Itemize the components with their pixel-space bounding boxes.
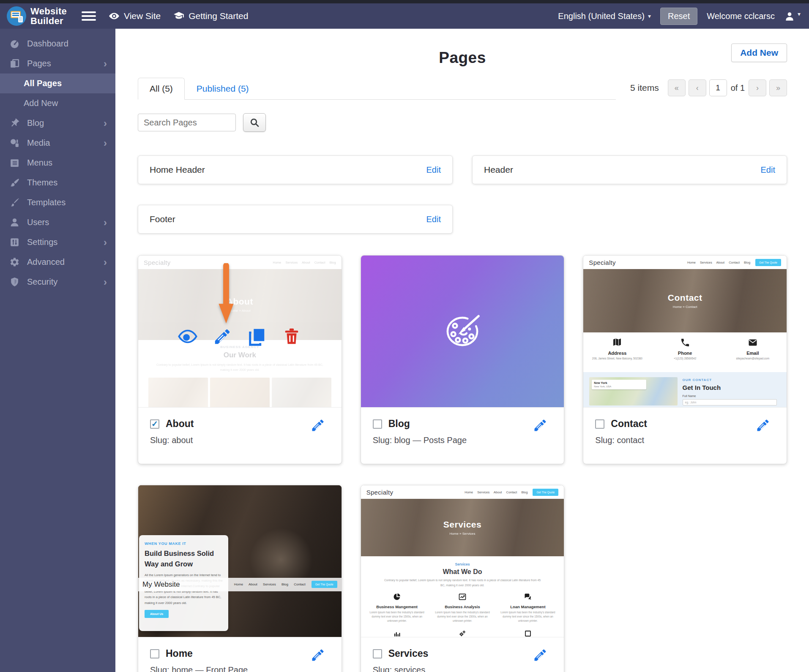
page-card-blog: Blog Slug: blog — Posts Page: [361, 255, 565, 464]
edit-page-button[interactable]: [310, 418, 325, 433]
user-avatar-icon: [784, 11, 795, 22]
user-menu[interactable]: ▾: [784, 11, 801, 22]
app-window: WebsiteBuilder View Site Getting Started…: [0, 0, 809, 672]
welcome-user-label: Welcome cclcarsc: [707, 11, 775, 21]
sidebar-item-blog[interactable]: Blog ›: [0, 113, 115, 133]
preview-col-title: Business Mangement: [366, 604, 427, 609]
pages-grid: Specialty Home Services About Contact Bl…: [138, 255, 787, 672]
line-chart-icon: [458, 593, 467, 601]
preview-col-text: Lorem Ipsum has been the industry's stan…: [366, 610, 427, 623]
edit-link[interactable]: Edit: [761, 165, 775, 175]
sidebar-item-templates[interactable]: Templates: [0, 193, 115, 212]
first-page-button[interactable]: «: [668, 79, 686, 96]
user-icon: [9, 217, 20, 228]
delete-page-button[interactable]: [282, 327, 301, 346]
sidebar-item-all-pages[interactable]: All Pages: [0, 73, 115, 93]
edit-link[interactable]: Edit: [426, 215, 441, 224]
sidebar-item-users[interactable]: Users ›: [0, 212, 115, 232]
sidebar-item-security[interactable]: Security ›: [0, 272, 115, 292]
edit-page-button[interactable]: [213, 327, 232, 346]
media-icon: [9, 138, 20, 148]
footer-bar: Footer Edit: [138, 205, 453, 234]
card-footer: Services Slug: services: [361, 637, 564, 672]
page-number-input[interactable]: [709, 79, 727, 96]
page-checkbox[interactable]: [150, 649, 159, 658]
card-footer: ✓ About Slug: about: [138, 408, 342, 464]
preview-heading: What We Do: [361, 568, 564, 576]
language-selector[interactable]: English (United States) ▾: [558, 11, 651, 21]
sidebar-item-add-new[interactable]: Add New: [0, 93, 115, 113]
preview-photos: [148, 378, 331, 408]
preview-page-button[interactable]: [178, 327, 197, 346]
sidebar-item-pages[interactable]: Pages ›: [0, 54, 115, 73]
reset-button[interactable]: Reset: [660, 8, 697, 25]
main-content: Pages Add New All (5) Published (5) 5 it…: [115, 29, 809, 672]
hamburger-menu-icon[interactable]: [82, 9, 96, 23]
site-preview: Specialty Home Services About Contact Bl…: [583, 256, 787, 407]
language-label: English (United States): [558, 11, 645, 21]
copy-icon: [247, 327, 267, 346]
sidebar-item-dashboard[interactable]: Dashboard: [0, 34, 115, 54]
preview-col-title: Business Analysis: [432, 604, 493, 609]
search-button[interactable]: [243, 113, 266, 132]
edit-page-button[interactable]: [533, 418, 548, 433]
next-page-button[interactable]: ›: [749, 79, 766, 96]
preview-quote-button: Get The Quote: [312, 581, 337, 588]
getting-started-button[interactable]: Getting Started: [173, 11, 248, 22]
duplicate-page-button[interactable]: [247, 327, 267, 346]
phone-icon: [680, 337, 690, 348]
tab-published[interactable]: Published (5): [191, 78, 255, 99]
preview-nav: Home Services About Contact Blog: [687, 261, 750, 264]
gears-icon: [459, 630, 466, 637]
page-checkbox[interactable]: [595, 419, 604, 429]
sidebar-label: All Pages: [24, 79, 62, 88]
last-page-button[interactable]: »: [769, 79, 787, 96]
pencil-icon: [755, 418, 771, 433]
search-row: [138, 113, 787, 132]
bar-title: Header: [484, 165, 513, 175]
search-input[interactable]: [138, 114, 236, 131]
preview-kicker: WHEN YOU MAKE IT: [145, 541, 223, 546]
app-logo: WebsiteBuilder: [7, 6, 77, 26]
edit-link[interactable]: Edit: [426, 165, 441, 175]
page-card-contact: Specialty Home Services About Contact Bl…: [583, 255, 787, 464]
sidebar-label: Themes: [27, 178, 57, 188]
page-thumbnail[interactable]: [361, 256, 564, 408]
preview-intro: Contrary to popular belief, Lorem Ipsum …: [382, 578, 543, 588]
page-thumbnail[interactable]: Specialty Home Services About Contact Bl…: [583, 256, 787, 408]
sidebar-item-menus[interactable]: Menus: [0, 153, 115, 173]
edit-page-button[interactable]: [310, 648, 325, 663]
edit-page-button[interactable]: [755, 418, 771, 433]
preview-phone-label: Phone: [651, 351, 719, 356]
page-checkbox[interactable]: [373, 419, 382, 429]
edit-page-button[interactable]: [533, 648, 548, 663]
page-checkbox[interactable]: [373, 649, 382, 658]
page-thumbnail[interactable]: Specialty Home Services About Contact Bl…: [361, 485, 564, 637]
sidebar-item-media[interactable]: Media ›: [0, 133, 115, 153]
page-thumbnail[interactable]: WHEN YOU MAKE IT Build Business Solid Wa…: [138, 485, 342, 637]
view-site-button[interactable]: View Site: [109, 11, 161, 22]
sidebar-label: Templates: [27, 198, 66, 207]
page-thumbnail[interactable]: Specialty Home Services About Contact Bl…: [138, 256, 342, 408]
chevron-right-icon: ›: [104, 237, 107, 248]
chevron-right-icon: ›: [104, 118, 107, 128]
preview-section-text: Contrary to popular belief, Lorem Ipsum …: [153, 362, 327, 373]
page-name: Blog: [388, 418, 410, 430]
preview-col-text: Lorem Ipsum has been the industry's stan…: [497, 610, 558, 623]
page-checkbox[interactable]: ✓: [150, 419, 159, 429]
sidebar-item-settings[interactable]: Settings ›: [0, 232, 115, 252]
prev-page-button[interactable]: ‹: [689, 79, 706, 96]
page-slug: Slug: home — Front Page: [150, 665, 330, 672]
preview-email: sitepacheam@sitepad.com: [719, 357, 787, 360]
sidebar-item-advanced[interactable]: Advanced ›: [0, 252, 115, 272]
pages-icon: [9, 58, 20, 69]
tab-all[interactable]: All (5): [138, 78, 185, 100]
sliders-icon: [9, 237, 20, 248]
sidebar-item-themes[interactable]: Themes: [0, 173, 115, 193]
preview-about-us-button: About Us: [145, 610, 169, 618]
site-preview: WHEN YOU MAKE IT Build Business Solid Wa…: [138, 485, 342, 637]
preview-map: New York New York, USA: [589, 377, 677, 405]
preview-col-title: Loan Management: [497, 604, 558, 609]
preview-full-name-label: Full Name: [683, 394, 781, 397]
add-new-button[interactable]: Add New: [731, 44, 787, 62]
